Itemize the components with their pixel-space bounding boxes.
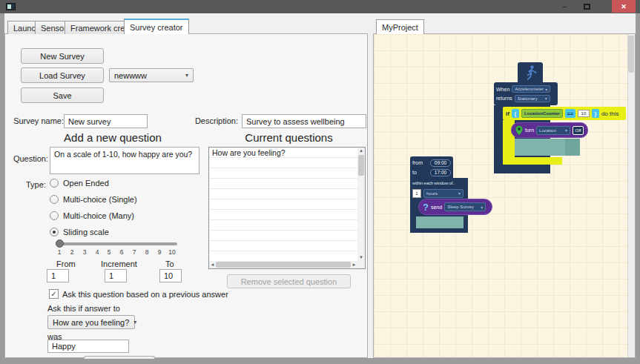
current-questions-list[interactable]: How are you feeling? ▲ ▼ ◄ ► <box>208 147 366 269</box>
scroll-thumb[interactable] <box>358 155 364 176</box>
to-label: To <box>165 259 174 268</box>
survey-name-input[interactable]: New survey <box>64 114 148 128</box>
list-vertical-scrollbar[interactable]: ▲ ▼ <box>357 148 365 261</box>
when-label: When <box>496 87 509 92</box>
turn-block[interactable]: turn Location ▾ Off <box>511 122 588 138</box>
scrollbar-corner <box>357 261 365 268</box>
survey-dropdown-value: Sleep Survey <box>447 205 474 209</box>
sensor-dropdown-value: Accelerometer <box>515 87 544 91</box>
radio-multi-many[interactable]: Multi-choice (Many) <box>50 211 134 220</box>
slider-tick: 8 <box>142 248 152 256</box>
scroll-up-icon[interactable]: ▲ <box>357 148 365 154</box>
running-man-icon <box>523 64 538 81</box>
app-window: – ✕ Launch Sensors Framework creator Sur… <box>0 0 640 364</box>
chevron-down-icon: ▾ <box>185 72 188 79</box>
radio-icon <box>50 179 59 188</box>
increment-input[interactable]: 1 <box>105 269 127 282</box>
radio-sliding-scale[interactable]: Sliding scale <box>50 228 109 236</box>
close-paren-chip[interactable]: ) <box>592 109 599 118</box>
app-icon-inner <box>7 4 11 9</box>
project-canvas[interactable]: When Accelerometer ▾ returns Stationary … <box>373 33 636 358</box>
list-item <box>209 189 357 199</box>
radio-icon <box>50 195 59 204</box>
from-input[interactable]: 1 <box>47 269 69 282</box>
statement-slot[interactable] <box>416 216 463 228</box>
radio-open-ended[interactable]: Open Ended <box>50 179 109 188</box>
list-item[interactable]: How are you feeling? <box>209 148 357 158</box>
previous-answer-checkbox-label: Ask this question based on a previous an… <box>62 290 228 299</box>
do-this-label: do this <box>601 110 619 117</box>
list-horizontal-scrollbar[interactable]: ◄ ► <box>209 261 357 268</box>
to-input[interactable]: 10 <box>159 269 182 282</box>
if-block[interactable]: if ( LocationCounter == 10 ) do this <box>503 107 626 120</box>
previous-answer-checkbox[interactable]: ✓ <box>49 289 59 299</box>
description-input[interactable]: Survey to assess wellbeing <box>242 114 366 128</box>
slider-tick: 6 <box>116 248 127 256</box>
radio-icon <box>50 211 59 220</box>
schedule-block-times[interactable]: from 09:00 to 17:00 <box>410 156 453 179</box>
tab-myproject[interactable]: MyProject <box>376 19 424 34</box>
canvas-vertical-scrollbar[interactable] <box>627 34 635 357</box>
close-button[interactable]: ✕ <box>612 0 636 13</box>
slider-tick: 2 <box>67 248 77 256</box>
maximize-button[interactable] <box>577 0 596 13</box>
schedule-block-window[interactable]: within each window of.. 1 hours ▾ <box>410 178 468 200</box>
increment-label: Increment <box>101 259 137 268</box>
chevron-down-icon: ▾ <box>565 128 567 133</box>
description-label: Description: <box>192 116 238 125</box>
scale-slider[interactable] <box>56 242 177 245</box>
load-survey-button[interactable]: Load Survey <box>21 67 104 83</box>
turn-target-dropdown[interactable]: Location ▾ <box>536 126 570 135</box>
operator-chip[interactable]: == <box>565 109 575 118</box>
app-icon[interactable] <box>6 3 16 10</box>
if-label: if <box>506 110 509 117</box>
radio-multi-single[interactable]: Multi-choice (Single) <box>50 195 137 204</box>
scroll-down-icon[interactable]: ▼ <box>357 254 365 261</box>
new-survey-button[interactable]: New Survey <box>21 48 104 64</box>
radio-label: Open Ended <box>63 179 109 188</box>
tab-survey-creator[interactable]: Survey creator <box>124 19 189 34</box>
scroll-right-icon[interactable]: ► <box>351 261 357 268</box>
list-item <box>209 220 357 231</box>
type-label: Type: <box>26 180 45 189</box>
was-input[interactable]: Happy <box>47 340 129 353</box>
minimize-button[interactable]: – <box>555 0 574 13</box>
window-value-field[interactable]: 1 <box>412 189 421 198</box>
question-label: Question: <box>8 154 48 163</box>
compare-value-field[interactable]: 10 <box>578 110 590 117</box>
scroll-thumb[interactable] <box>216 262 351 268</box>
scroll-left-icon[interactable]: ◄ <box>209 261 216 268</box>
slider-tick: 5 <box>104 248 114 256</box>
slider-thumb[interactable] <box>56 239 64 248</box>
list-item <box>209 179 357 189</box>
variable-chip[interactable]: LocationCounter <box>521 109 563 118</box>
if-block-bottom-wall <box>503 157 562 165</box>
to-time-chip[interactable]: 17:00 <box>430 169 451 176</box>
load-survey-combo[interactable]: newwww ▾ <box>109 68 194 82</box>
survey-dropdown[interactable]: Sleep Survey ▾ <box>444 202 486 211</box>
scroll-thumb[interactable] <box>628 36 634 73</box>
add-question-button-partial[interactable] <box>84 356 155 359</box>
slider-tick: 4 <box>92 248 102 256</box>
question-input[interactable]: On a scale of 1-10, how happy are you? <box>50 147 199 174</box>
remove-question-button[interactable]: Remove selected question <box>227 274 351 288</box>
ask-if-label: Ask this if answer to <box>47 304 120 313</box>
from-time-chip[interactable]: 09:00 <box>430 159 451 167</box>
send-survey-block[interactable]: ? send Sleep Survey ▾ <box>418 199 492 215</box>
open-paren-chip[interactable]: ( <box>512 109 519 118</box>
slider-tick: 7 <box>129 248 139 256</box>
list-item <box>209 241 357 251</box>
sensor-dropdown[interactable]: Accelerometer ▾ <box>512 85 550 93</box>
state-dropdown[interactable]: Stationary ▾ <box>515 95 550 102</box>
save-button[interactable]: Save <box>21 87 104 103</box>
window-unit-dropdown[interactable]: hours ▾ <box>423 189 463 198</box>
statement-slot[interactable] <box>515 139 580 156</box>
chevron-down-icon: ▾ <box>133 319 136 325</box>
turn-state-chip[interactable]: Off <box>573 126 584 135</box>
state-dropdown-value: Stationary <box>518 96 538 101</box>
accelerometer-event-head[interactable] <box>518 62 543 82</box>
when-sensor-block[interactable]: When Accelerometer ▾ returns Stationary … <box>494 82 558 105</box>
list-item <box>209 251 357 261</box>
previous-question-combo[interactable]: How are you feeling? ▾ <box>47 315 135 329</box>
list-item <box>209 158 357 168</box>
